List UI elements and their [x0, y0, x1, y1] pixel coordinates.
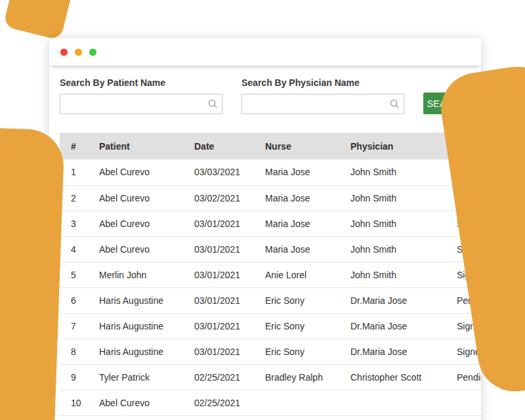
- table-row: 7 Haris Augustine 03/01/2021 Eric Sony D…: [60, 313, 481, 339]
- table-row: 10 Abel Curevo 02/25/2021: [60, 390, 481, 415]
- physician-search-field-group: Search By Physician Name: [242, 77, 404, 114]
- magnifier-icon: [390, 99, 399, 108]
- physician-search-label: Search By Physician Name: [242, 77, 404, 88]
- table-row: 6 Haris Augustine 03/01/2021 Eric Sony D…: [60, 287, 481, 313]
- cell-physician: [339, 390, 446, 415]
- cell-date: 03/03/2021: [183, 159, 254, 185]
- cell-nurse: Maria Jose: [254, 211, 339, 236]
- cell-physician: Dr.Maria Jose: [339, 339, 446, 364]
- cell-num: 4: [60, 236, 88, 262]
- cell-date: 03/02/2021: [183, 185, 254, 211]
- cell-patient: Abel Curevo: [88, 185, 183, 211]
- decor-blob-left: [0, 127, 65, 420]
- cell-physician: Christopher Scott: [339, 364, 446, 390]
- cell-nurse: Eric Sony: [254, 339, 339, 364]
- cell-date: 03/01/2021: [183, 262, 254, 287]
- report-table: # Patient Date Nurse Physician Physician…: [60, 133, 481, 416]
- table-row: 5 Merlin John 03/01/2021 Anie Lorel John…: [60, 262, 481, 287]
- cell-physician: John Smith: [339, 236, 446, 262]
- cell-physician: John Smith: [339, 262, 446, 287]
- cell-nurse: Maria Jose: [254, 185, 339, 211]
- cell-patient: Abel Curevo: [88, 159, 183, 185]
- cell-nurse: Bradley Ralph: [254, 364, 339, 390]
- cell-physician: John Smith: [339, 185, 446, 211]
- table-row: 1 Abel Curevo 03/03/2021 Maria Jose John…: [60, 159, 481, 185]
- magnifier-icon: [208, 99, 217, 108]
- cell-num: 1: [60, 159, 88, 185]
- cell-patient: Merlin John: [88, 262, 183, 287]
- cell-num: 7: [60, 313, 88, 339]
- browser-window: Search By Patient Name Search By Physici…: [49, 38, 481, 420]
- minimize-button[interactable]: [75, 49, 82, 56]
- cell-nurse: [254, 390, 339, 415]
- cell-physician: John Smith: [339, 211, 446, 236]
- table-header-row: # Patient Date Nurse Physician Physician: [60, 133, 481, 159]
- close-button[interactable]: [60, 49, 68, 56]
- cell-patient: Abel Curevo: [88, 211, 183, 236]
- cell-num: 8: [60, 339, 88, 364]
- cell-physician: John Smith: [339, 159, 446, 185]
- patient-search-input[interactable]: [60, 94, 222, 114]
- cell-date: 02/25/2021: [183, 390, 254, 415]
- maximize-button[interactable]: [89, 49, 96, 56]
- cell-patient: Haris Augustine: [88, 339, 183, 364]
- cell-physician: Dr.Maria Jose: [339, 313, 446, 339]
- search-form: Search By Patient Name Search By Physici…: [49, 66, 481, 416]
- cell-nurse: Anie Lorel: [254, 262, 339, 287]
- cell-date: 03/01/2021: [183, 339, 254, 364]
- cell-patient: Haris Augustine: [88, 287, 183, 313]
- cell-patient: Tyler Patrick: [88, 364, 183, 390]
- cell-date: 03/01/2021: [183, 236, 254, 262]
- cell-num: 9: [60, 364, 88, 390]
- col-header-num: #: [60, 133, 88, 159]
- patient-search-field-group: Search By Patient Name: [60, 77, 222, 114]
- cell-num: 6: [60, 287, 88, 313]
- cell-nurse: Maria Jose: [254, 236, 339, 262]
- col-header-patient: Patient: [88, 133, 183, 159]
- cell-date: 03/01/2021: [183, 211, 254, 236]
- cell-date: 03/01/2021: [183, 313, 254, 339]
- cell-num: 5: [60, 262, 88, 287]
- cell-num: 3: [60, 211, 88, 236]
- cell-date: 02/25/2021: [183, 364, 254, 390]
- cell-patient: Abel Curevo: [88, 390, 183, 415]
- col-header-physician: Physician: [339, 133, 446, 159]
- cell-num: 10: [60, 390, 88, 415]
- table-row: 4 Abel Curevo 03/01/2021 Maria Jose John…: [60, 236, 481, 262]
- table-row: 3 Abel Curevo 03/01/2021 Maria Jose John…: [60, 211, 481, 236]
- cell-status: Pending: [446, 364, 481, 390]
- table-row: 2 Abel Curevo 03/02/2021 Maria Jose John…: [60, 185, 481, 211]
- cell-nurse: Eric Sony: [254, 313, 339, 339]
- cell-patient: Abel Curevo: [88, 236, 183, 262]
- col-header-date: Date: [183, 133, 254, 159]
- patient-search-label: Search By Patient Name: [60, 77, 222, 88]
- cell-physician: Dr.Maria Jose: [339, 287, 446, 313]
- cell-patient: Haris Augustine: [88, 313, 183, 339]
- cell-nurse: Maria Jose: [254, 159, 339, 185]
- decor-blob-top-left: [3, 0, 74, 41]
- table-row: 9 Tyler Patrick 02/25/2021 Bradley Ralph…: [60, 364, 481, 390]
- col-header-nurse: Nurse: [254, 133, 339, 159]
- cell-status: [446, 390, 481, 415]
- cell-nurse: Eric Sony: [254, 287, 339, 313]
- table-row: 8 Haris Augustine 03/01/2021 Eric Sony D…: [60, 339, 481, 364]
- physician-search-input[interactable]: [242, 94, 404, 114]
- window-title-bar: [49, 38, 481, 66]
- cell-date: 03/01/2021: [183, 287, 254, 313]
- cell-num: 2: [60, 185, 88, 211]
